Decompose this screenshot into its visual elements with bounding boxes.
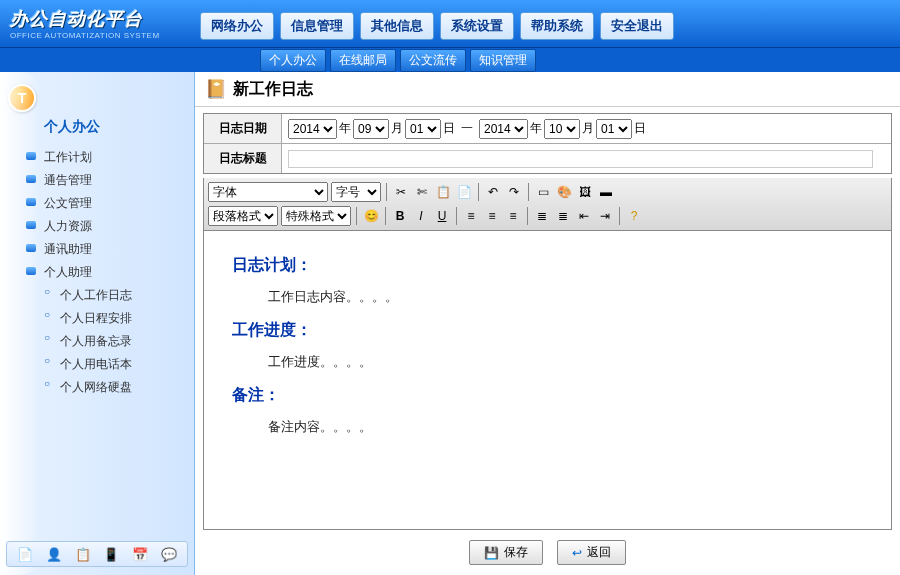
- tb-emoji-icon[interactable]: 😊: [362, 207, 380, 225]
- tb-scissors-icon[interactable]: ✄: [413, 183, 431, 201]
- sub-nav: 个人办公 在线邮局 公文流传 知识管理: [0, 48, 900, 72]
- editor-body[interactable]: 日志计划： 工作日志内容。。。。 工作进度： 工作进度。。。。 备注： 备注内容…: [203, 231, 892, 530]
- editor-toolbar: 字体 字号 ✂ ✄ 📋 📄 ↶ ↷ ▭ 🎨 🖼 ▬ 段落格式 特殊格式: [203, 178, 892, 231]
- sidebar-item-notice-manage[interactable]: 通告管理: [20, 169, 194, 192]
- subnav-personal-office[interactable]: 个人办公: [260, 49, 326, 72]
- app-subtitle: OFFICE AUTOMATIZATION SYSTEM: [10, 31, 200, 40]
- sel-month2[interactable]: 10: [544, 119, 580, 139]
- sb-tool-note-icon[interactable]: 📄: [16, 545, 34, 563]
- subnav-doc-flow[interactable]: 公文流传: [400, 49, 466, 72]
- sidebar-item-work-plan[interactable]: 工作计划: [20, 146, 194, 169]
- label-date: 日志日期: [204, 114, 282, 143]
- top-bar: 办公自动化平台 OFFICE AUTOMATIZATION SYSTEM 网络办…: [0, 0, 900, 48]
- sel-year2[interactable]: 2014: [479, 119, 528, 139]
- tb-list-ul-icon[interactable]: ≣: [554, 207, 572, 225]
- tb-underline-icon[interactable]: U: [433, 207, 451, 225]
- tb-outdent-icon[interactable]: ⇤: [575, 207, 593, 225]
- text-remark: 备注内容。。。。: [268, 418, 863, 436]
- topnav-help-system[interactable]: 帮助系统: [520, 12, 594, 40]
- sel-font[interactable]: 字体: [208, 182, 328, 202]
- tb-help-icon[interactable]: ?: [625, 207, 643, 225]
- back-button[interactable]: ↩返回: [557, 540, 626, 565]
- topnav-safe-exit[interactable]: 安全退出: [600, 12, 674, 40]
- tb-copy-icon[interactable]: 📋: [434, 183, 452, 201]
- sidebar-sub-phonebook[interactable]: 个人用电话本: [36, 353, 194, 376]
- tb-image-icon[interactable]: 🖼: [576, 183, 594, 201]
- topnav-system-settings[interactable]: 系统设置: [440, 12, 514, 40]
- section-remark: 备注：: [232, 385, 863, 406]
- sidebar-sub-memo[interactable]: 个人用备忘录: [36, 330, 194, 353]
- save-button[interactable]: 💾保存: [469, 540, 543, 565]
- sidebar-sub-netdisk[interactable]: 个人网络硬盘: [36, 376, 194, 399]
- sidebar-title: 个人办公: [44, 118, 194, 136]
- text-progress: 工作进度。。。。: [268, 353, 863, 371]
- sb-tool-doc-icon[interactable]: 📋: [74, 545, 92, 563]
- app-title: 办公自动化平台: [10, 7, 200, 31]
- button-bar: 💾保存 ↩返回: [195, 530, 900, 575]
- app-logo: 办公自动化平台 OFFICE AUTOMATIZATION SYSTEM: [0, 7, 200, 40]
- journal-icon: 📔: [205, 78, 227, 100]
- content-area: 📔 新工作日志 日志日期 2014年 09月 01日 一 2014年 10月 0…: [195, 72, 900, 575]
- tb-cut-icon[interactable]: ✂: [392, 183, 410, 201]
- section-progress: 工作进度：: [232, 320, 863, 341]
- sel-month1[interactable]: 09: [353, 119, 389, 139]
- tb-indent-icon[interactable]: ⇥: [596, 207, 614, 225]
- label-title: 日志标题: [204, 144, 282, 173]
- tb-italic-icon[interactable]: I: [412, 207, 430, 225]
- sidebar-toolbar: 📄 👤 📋 📱 📅 💬: [6, 541, 188, 567]
- subnav-knowledge[interactable]: 知识管理: [470, 49, 536, 72]
- save-icon: 💾: [484, 546, 499, 560]
- sel-paragraph[interactable]: 段落格式: [208, 206, 278, 226]
- tb-align-center-icon[interactable]: ≡: [483, 207, 501, 225]
- back-icon: ↩: [572, 546, 582, 560]
- tb-list-ol-icon[interactable]: ≣: [533, 207, 551, 225]
- tb-redo-icon[interactable]: ↷: [505, 183, 523, 201]
- tb-align-left-icon[interactable]: ≡: [462, 207, 480, 225]
- topnav-network-office[interactable]: 网络办公: [200, 12, 274, 40]
- sb-tool-contact-icon[interactable]: 👤: [45, 545, 63, 563]
- section-plan: 日志计划：: [232, 255, 863, 276]
- tb-undo-icon[interactable]: ↶: [484, 183, 502, 201]
- sidebar-sub-work-journal[interactable]: 个人工作日志: [36, 284, 194, 307]
- page-title: 新工作日志: [233, 79, 313, 100]
- text-plan: 工作日志内容。。。。: [268, 288, 863, 306]
- topnav-info-manage[interactable]: 信息管理: [280, 12, 354, 40]
- sidebar-sub-schedule[interactable]: 个人日程安排: [36, 307, 194, 330]
- sb-tool-cal-icon[interactable]: 📅: [131, 545, 149, 563]
- sel-size[interactable]: 字号: [331, 182, 381, 202]
- sb-tool-chat-icon[interactable]: 💬: [160, 545, 178, 563]
- sidebar-item-hr[interactable]: 人力资源: [20, 215, 194, 238]
- input-title[interactable]: [288, 150, 873, 168]
- tb-bold-icon[interactable]: B: [391, 207, 409, 225]
- top-nav: 网络办公 信息管理 其他信息 系统设置 帮助系统 安全退出: [200, 8, 674, 40]
- tb-align-right-icon[interactable]: ≡: [504, 207, 522, 225]
- sidebar-item-personal-assist[interactable]: 个人助理: [20, 261, 194, 284]
- tb-color-icon[interactable]: 🎨: [555, 183, 573, 201]
- tb-paste-icon[interactable]: 📄: [455, 183, 473, 201]
- sel-day2[interactable]: 01: [596, 119, 632, 139]
- topnav-other-info[interactable]: 其他信息: [360, 12, 434, 40]
- page-header: 📔 新工作日志: [195, 72, 900, 107]
- sel-day1[interactable]: 01: [405, 119, 441, 139]
- sidebar-item-comm-assist[interactable]: 通讯助理: [20, 238, 194, 261]
- sb-tool-device-icon[interactable]: 📱: [102, 545, 120, 563]
- sidebar: T 个人办公 工作计划 通告管理 公文管理 人力资源 通讯助理 个人助理 个人工…: [0, 72, 195, 575]
- tb-bar-icon[interactable]: ▬: [597, 183, 615, 201]
- sel-special[interactable]: 特殊格式: [281, 206, 351, 226]
- sidebar-item-doc-manage[interactable]: 公文管理: [20, 192, 194, 215]
- sel-year1[interactable]: 2014: [288, 119, 337, 139]
- subnav-online-mail[interactable]: 在线邮局: [330, 49, 396, 72]
- tb-box-icon[interactable]: ▭: [534, 183, 552, 201]
